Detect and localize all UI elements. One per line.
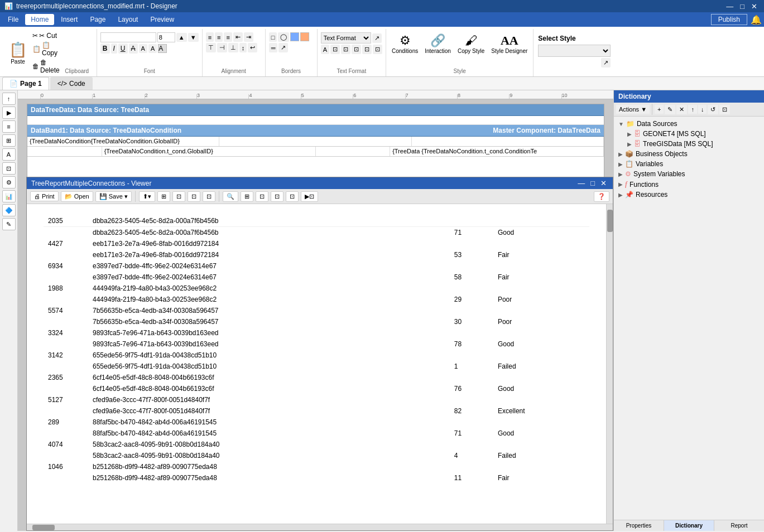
- viewer-single-btn[interactable]: ⊡: [172, 191, 185, 202]
- font-size-down-btn[interactable]: ▼: [188, 33, 199, 42]
- text-dir-btn[interactable]: ↕: [239, 43, 247, 52]
- viewer-title-controls[interactable]: — □ ✕: [576, 179, 608, 187]
- rp-tab-properties[interactable]: Properties: [614, 520, 664, 531]
- viewer-layout-btn4[interactable]: ⊡: [286, 191, 299, 202]
- border-box-btn[interactable]: □: [269, 32, 277, 42]
- fill-color-picker[interactable]: [300, 32, 309, 41]
- text-icon-f[interactable]: ⊡: [373, 45, 382, 54]
- border-circle-btn[interactable]: ◯: [278, 32, 289, 42]
- close-btn[interactable]: ✕: [749, 2, 760, 11]
- menu-preview[interactable]: Preview: [145, 14, 180, 25]
- delete-button[interactable]: 🗑 🗑 Delete: [31, 58, 61, 75]
- lp-btn-8[interactable]: 📊: [2, 190, 16, 202]
- vscrollbar-thumb[interactable]: [607, 210, 613, 232]
- viewer-layout-btn5[interactable]: ▶⊡: [301, 191, 318, 202]
- publish-button[interactable]: Publish: [711, 14, 747, 25]
- rp-move-up-btn[interactable]: ↑: [688, 105, 697, 114]
- text-format-expand-btn[interactable]: ↗: [372, 33, 382, 43]
- text-icon-c[interactable]: ⊡: [341, 45, 350, 54]
- rp-tab-dictionary[interactable]: Dictionary: [664, 520, 714, 531]
- hscrollbar-thumb[interactable]: [32, 525, 55, 530]
- lp-btn-7[interactable]: ⚙: [2, 176, 16, 188]
- tree-item-treegisdata[interactable]: ▶ 🗄 TreeGISData [MS SQL]: [625, 139, 762, 149]
- menu-layout[interactable]: Layout: [112, 14, 143, 25]
- conditions-button[interactable]: ⚙ Conditions: [390, 32, 420, 55]
- rp-move-down-btn[interactable]: ↓: [698, 105, 707, 114]
- bold-button[interactable]: B: [100, 43, 110, 54]
- strikethrough-button[interactable]: A: [129, 43, 138, 54]
- lp-btn-1[interactable]: ↑: [2, 93, 16, 105]
- viewer-double-btn[interactable]: ⊡: [188, 191, 200, 202]
- superscript-button[interactable]: A: [139, 44, 147, 53]
- text-icon-d[interactable]: ⊡: [352, 45, 361, 54]
- minimize-btn[interactable]: —: [724, 2, 736, 11]
- viewer-grid-btn[interactable]: ⊞: [157, 191, 170, 202]
- lp-btn-4[interactable]: ⊞: [2, 134, 16, 147]
- text-icon-a[interactable]: A: [321, 45, 329, 54]
- font-color-picker[interactable]: A: [158, 44, 167, 53]
- select-style-dropdown[interactable]: [538, 45, 611, 57]
- tab-page1[interactable]: 📄 Page 1: [2, 77, 49, 90]
- rp-refresh-btn[interactable]: ↺: [708, 105, 718, 114]
- viewer-maximize-btn[interactable]: □: [589, 179, 597, 187]
- text-icon-b[interactable]: ⊡: [330, 45, 340, 54]
- tab-code[interactable]: </> Code: [50, 77, 93, 90]
- wrap-btn[interactable]: ↩: [248, 43, 257, 52]
- menu-page[interactable]: Page: [84, 14, 111, 25]
- viewer-vscrollbar[interactable]: [606, 204, 613, 524]
- border-expand-btn[interactable]: ↗: [278, 43, 288, 52]
- align-top-btn[interactable]: ⊤: [206, 43, 216, 52]
- text-icon-e[interactable]: ⊡: [362, 45, 372, 54]
- align-middle-btn[interactable]: ⊣: [217, 43, 227, 52]
- font-size-input[interactable]: [157, 32, 175, 42]
- tree-item-resources[interactable]: ▶ 📌 Resources: [616, 190, 762, 200]
- copy-style-button[interactable]: 🖌 Copy Style: [455, 32, 487, 55]
- tree-item-business-objects[interactable]: ▶ 📦 Business Objects: [616, 149, 762, 159]
- viewer-print-btn[interactable]: 🖨 Print: [30, 191, 59, 201]
- viewer-open-btn[interactable]: 📂 Open: [61, 191, 93, 202]
- lp-btn-2[interactable]: ▶: [2, 107, 16, 119]
- indent-left-btn[interactable]: ⇤: [233, 32, 243, 42]
- align-center-btn[interactable]: ≡: [215, 32, 223, 42]
- italic-button[interactable]: I: [111, 43, 117, 54]
- rp-tab-report[interactable]: Report: [714, 520, 764, 531]
- menu-home[interactable]: Home: [25, 14, 54, 25]
- viewer-save-btn[interactable]: 💾 Save ▾: [95, 191, 132, 202]
- rp-copy-btn[interactable]: ⊡: [719, 105, 730, 114]
- underline-button[interactable]: U: [118, 43, 128, 54]
- subscript-button[interactable]: A: [148, 44, 157, 53]
- lp-btn-6[interactable]: ⊡: [2, 162, 16, 175]
- viewer-minimize-btn[interactable]: —: [576, 179, 587, 187]
- font-size-up-btn[interactable]: ▲: [176, 33, 187, 42]
- align-right-btn[interactable]: ≡: [224, 32, 232, 42]
- lp-btn-10[interactable]: ✎: [2, 218, 16, 230]
- tree-item-system-variables[interactable]: ▶ ⚙ System Variables: [616, 169, 762, 179]
- lp-btn-5[interactable]: A: [2, 148, 16, 161]
- lp-btn-9[interactable]: 🔷: [2, 204, 16, 216]
- tree-item-data-sources[interactable]: ▼ 📁 Data Sources: [616, 119, 762, 129]
- viewer-close-btn[interactable]: ✕: [599, 179, 608, 187]
- rp-delete-btn[interactable]: ✕: [676, 105, 687, 114]
- viewer-layout-btn1[interactable]: ⊞: [241, 191, 253, 202]
- border-color-picker[interactable]: [290, 32, 299, 41]
- paste-button[interactable]: 📋 Paste: [6, 40, 30, 66]
- select-style-expand-btn[interactable]: ↗: [601, 58, 611, 67]
- notification-icon[interactable]: 🔔: [751, 14, 762, 25]
- border-style-btn[interactable]: ═: [269, 43, 278, 52]
- style-designer-button[interactable]: AA Style Designer: [489, 32, 530, 55]
- viewer-layout-btn3[interactable]: ⊡: [271, 191, 284, 202]
- text-format-select[interactable]: Text Format: [321, 32, 371, 43]
- indent-right-btn[interactable]: ⇥: [244, 32, 253, 42]
- align-bottom-btn[interactable]: ⊥: [228, 43, 238, 52]
- viewer-layout-btn2[interactable]: ⊡: [256, 191, 268, 202]
- viewer-hscrollbar[interactable]: [27, 524, 613, 530]
- rp-add-btn[interactable]: +: [655, 105, 664, 114]
- align-left-btn[interactable]: ≡: [206, 32, 214, 42]
- font-name-input[interactable]: [100, 32, 156, 42]
- viewer-help-btn[interactable]: ❓: [594, 191, 609, 202]
- interaction-button[interactable]: 🔗 Interaction: [422, 32, 453, 55]
- tree-item-geonet4[interactable]: ▶ 🗄 GEONET4 [MS SQL]: [625, 129, 762, 139]
- viewer-continuous-btn[interactable]: ⊡: [203, 191, 215, 202]
- rp-actions-btn[interactable]: Actions ▼: [616, 105, 650, 114]
- tree-item-functions[interactable]: ▶ f Functions: [616, 179, 762, 190]
